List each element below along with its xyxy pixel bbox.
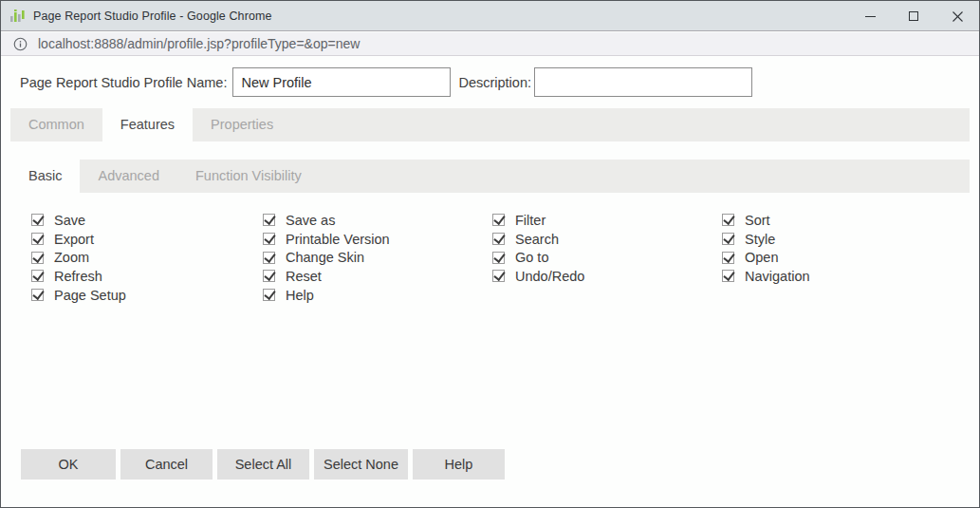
feature-label: Open [745,250,778,265]
window-controls [848,1,979,31]
feature-checkbox-style[interactable]: Style [722,230,810,249]
save-as-checkbox[interactable] [263,214,275,226]
profile-name-label: Page Report Studio Profile Name: [20,75,227,90]
feature-label: Go to [515,250,548,265]
subtab-advanced[interactable]: Advanced [80,160,177,193]
feature-checkbox-help[interactable]: Help [263,286,390,305]
feature-checkbox-navigation[interactable]: Navigation [722,267,810,286]
chrome-popup-window: Page Report Studio Profile - Google Chro… [0,0,980,508]
cancel-button[interactable]: Cancel [120,449,213,480]
feature-checkbox-reset[interactable]: Reset [263,267,390,286]
feature-checkbox-open[interactable]: Open [722,248,810,267]
export-checkbox[interactable] [31,233,44,245]
refresh-checkbox[interactable] [31,270,44,282]
select-all-button[interactable]: Select All [217,449,309,480]
info-icon[interactable] [13,37,28,51]
minimize-icon [865,16,876,17]
description-input[interactable] [534,67,752,97]
feature-column-1: Save Export Zoom Refresh Page Setup [31,211,126,304]
subtab-basic[interactable]: Basic [10,160,80,193]
style-checkbox[interactable] [722,233,734,245]
sort-checkbox[interactable] [722,214,734,226]
minimize-button[interactable] [848,1,892,31]
feature-checkbox-export[interactable]: Export [31,230,126,249]
change-skin-checkbox[interactable] [263,252,275,264]
close-button[interactable] [935,1,979,31]
help-checkbox[interactable] [263,289,275,301]
feature-label: Filter [515,213,545,228]
feature-label: Zoom [54,250,89,265]
profile-form-row: Page Report Studio Profile Name: Descrip… [20,67,752,97]
open-checkbox[interactable] [722,252,734,264]
feature-checkbox-undo-redo[interactable]: Undo/Redo [492,267,584,286]
feature-label: Change Skin [286,250,364,265]
filter-checkbox[interactable] [492,214,505,226]
profile-name-input[interactable] [232,67,451,97]
page-setup-checkbox[interactable] [31,289,44,301]
window-title: Page Report Studio Profile - Google Chro… [33,9,272,23]
feature-label: Export [54,232,94,247]
undo-redo-checkbox[interactable] [492,270,505,282]
equalizer-bars-icon [9,9,25,24]
close-icon [952,11,963,22]
action-button-row: OK Cancel Select All Select None Help [21,449,505,480]
printable-version-checkbox[interactable] [263,233,275,245]
feature-label: Style [745,232,775,247]
sub-tab-strip: Basic Advanced Function Visibility [10,160,970,193]
feature-checkbox-sort[interactable]: Sort [722,211,810,230]
feature-checkbox-change-skin[interactable]: Change Skin [263,248,390,267]
feature-label: Refresh [54,269,102,284]
page-content: Page Report Studio Profile Name: Descrip… [1,57,979,507]
title-bar: Page Report Studio Profile - Google Chro… [1,1,979,31]
feature-checkbox-page-setup[interactable]: Page Setup [31,286,126,305]
feature-label: Page Setup [54,288,126,303]
search-checkbox[interactable] [492,233,505,245]
feature-checkbox-printable-version[interactable]: Printable Version [263,230,390,249]
url-text[interactable]: localhost:8888/admin/profile.jsp?profile… [38,36,360,51]
subtab-function-visibility[interactable]: Function Visibility [177,160,320,193]
main-tab-strip: Common Features Properties [10,108,970,141]
feature-column-2: Save as Printable Version Change Skin Re… [263,211,390,304]
feature-label: Search [515,232,559,247]
maximize-button[interactable] [892,1,935,31]
feature-checkbox-refresh[interactable]: Refresh [31,267,126,286]
tab-properties[interactable]: Properties [193,108,291,141]
feature-checkbox-filter[interactable]: Filter [492,211,584,230]
feature-label: Printable Version [286,232,390,247]
feature-label: Save as [286,213,335,228]
go-to-checkbox[interactable] [492,252,505,264]
help-button[interactable]: Help [413,449,505,480]
select-none-button[interactable]: Select None [314,449,408,480]
description-label: Description: [458,75,531,90]
feature-checkbox-save-as[interactable]: Save as [263,211,390,230]
reset-checkbox[interactable] [263,270,275,282]
url-bar: localhost:8888/admin/profile.jsp?profile… [1,32,979,56]
feature-label: Reset [286,269,322,284]
tab-features[interactable]: Features [102,108,193,141]
feature-label: Navigation [745,269,810,284]
feature-label: Sort [745,213,770,228]
tab-common[interactable]: Common [10,108,102,141]
feature-label: Save [54,213,85,228]
navigation-checkbox[interactable] [722,270,734,282]
feature-column-3: Filter Search Go to Undo/Redo [492,211,584,286]
feature-checkbox-go-to[interactable]: Go to [492,248,584,267]
feature-checkbox-search[interactable]: Search [492,230,584,249]
ok-button[interactable]: OK [21,449,116,480]
zoom-checkbox[interactable] [31,252,44,264]
feature-checkbox-zoom[interactable]: Zoom [31,248,126,267]
save-checkbox[interactable] [31,214,44,226]
feature-label: Undo/Redo [515,269,584,284]
feature-checkbox-save[interactable]: Save [31,211,126,230]
feature-label: Help [286,288,314,303]
maximize-icon [909,11,918,21]
feature-column-4: Sort Style Open Navigation [722,211,810,286]
